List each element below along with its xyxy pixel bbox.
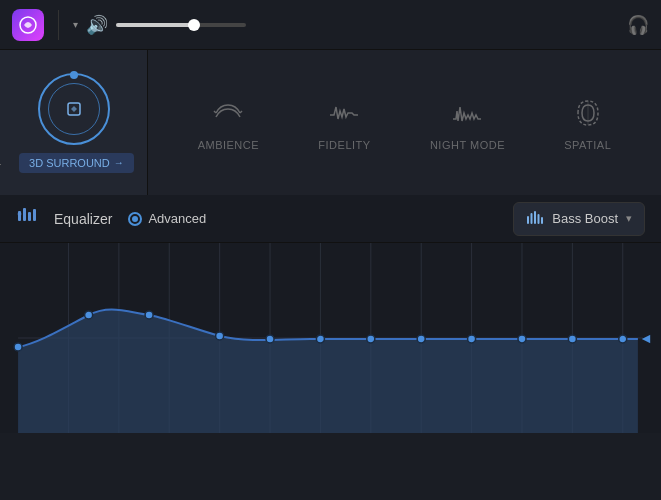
- spatial-label: SPATIAL: [564, 139, 611, 151]
- surround-dot: [70, 71, 78, 79]
- night-mode-label: NIGHT MODE: [430, 139, 505, 151]
- equalizer-icon: [16, 205, 38, 232]
- svg-point-37: [518, 335, 526, 343]
- ambience-icon: [212, 95, 244, 131]
- svg-point-34: [367, 335, 375, 343]
- volume-section: ▾ 🔊: [73, 14, 246, 36]
- surround-arrow: →: [114, 157, 124, 168]
- svg-point-35: [417, 335, 425, 343]
- svg-rect-7: [28, 212, 31, 221]
- bass-boost-icon: [526, 208, 544, 230]
- svg-point-28: [14, 343, 22, 351]
- surround-controls: — 3D SURROUND → +: [0, 153, 160, 173]
- svg-point-36: [468, 335, 476, 343]
- effect-item-fidelity[interactable]: FIDELITY: [318, 95, 370, 151]
- ambience-label: AMBIENCE: [198, 139, 259, 151]
- effects-panel: — 3D SURROUND → + AMBIENCE: [0, 50, 661, 195]
- svg-point-39: [619, 335, 627, 343]
- headphone-icon[interactable]: 🎧: [627, 14, 649, 36]
- svg-line-3: [240, 111, 242, 113]
- surround-label: 3D SURROUND: [29, 157, 110, 169]
- svg-rect-13: [538, 214, 540, 224]
- svg-point-30: [145, 311, 153, 319]
- eq-svg: ◄: [8, 243, 653, 433]
- svg-point-32: [266, 335, 274, 343]
- svg-point-33: [316, 335, 324, 343]
- bass-boost-button[interactable]: Bass Boost ▾: [513, 202, 645, 236]
- bass-boost-chevron-icon: ▾: [626, 212, 632, 225]
- svg-point-29: [85, 311, 93, 319]
- logo-divider: [58, 10, 59, 40]
- svg-rect-8: [33, 209, 36, 221]
- night-mode-icon: [451, 95, 483, 131]
- effect-item-night-mode[interactable]: NIGHT MODE: [430, 95, 505, 151]
- volume-slider[interactable]: [116, 23, 246, 27]
- volume-slider-thumb: [188, 19, 200, 31]
- fidelity-icon: [328, 95, 360, 131]
- surround-minus[interactable]: —: [0, 155, 1, 171]
- dropdown-chevron-icon[interactable]: ▾: [73, 19, 78, 30]
- fidelity-label: FIDELITY: [318, 139, 370, 151]
- svg-rect-11: [531, 213, 533, 224]
- eq-title: Equalizer: [54, 211, 112, 227]
- svg-rect-14: [541, 217, 543, 224]
- surround-section: — 3D SURROUND → +: [0, 50, 148, 195]
- surround-button[interactable]: 3D SURROUND →: [19, 153, 134, 173]
- spatial-icon: [572, 95, 604, 131]
- surround-circle: [38, 73, 110, 145]
- eq-canvas: ◄: [8, 243, 653, 433]
- advanced-radio-inner: [132, 216, 138, 222]
- eq-graph: ◄: [0, 243, 661, 433]
- effect-item-spatial[interactable]: SPATIAL: [564, 95, 611, 151]
- bass-boost-label: Bass Boost: [552, 211, 618, 226]
- svg-point-9: [18, 212, 22, 216]
- svg-point-31: [216, 332, 224, 340]
- surround-circle-inner: [48, 83, 100, 135]
- svg-text:◄: ◄: [639, 330, 653, 346]
- svg-point-38: [568, 335, 576, 343]
- advanced-label: Advanced: [148, 211, 206, 226]
- svg-rect-10: [527, 216, 529, 224]
- eq-mode-advanced[interactable]: Advanced: [128, 211, 206, 226]
- svg-line-2: [214, 111, 216, 113]
- eq-section: Equalizer Advanced Bass Boost ▾: [0, 195, 661, 433]
- effects-list: AMBIENCE FIDELITY NIGHT MODE: [148, 50, 661, 195]
- top-bar: ▾ 🔊 🎧: [0, 0, 661, 50]
- app-logo: [12, 9, 44, 41]
- eq-toolbar: Equalizer Advanced Bass Boost ▾: [0, 195, 661, 243]
- effect-item-ambience[interactable]: AMBIENCE: [198, 95, 259, 151]
- volume-slider-fill: [116, 23, 194, 27]
- svg-rect-6: [23, 208, 26, 221]
- volume-icon: 🔊: [86, 14, 108, 36]
- svg-rect-12: [534, 211, 536, 224]
- advanced-radio[interactable]: [128, 212, 142, 226]
